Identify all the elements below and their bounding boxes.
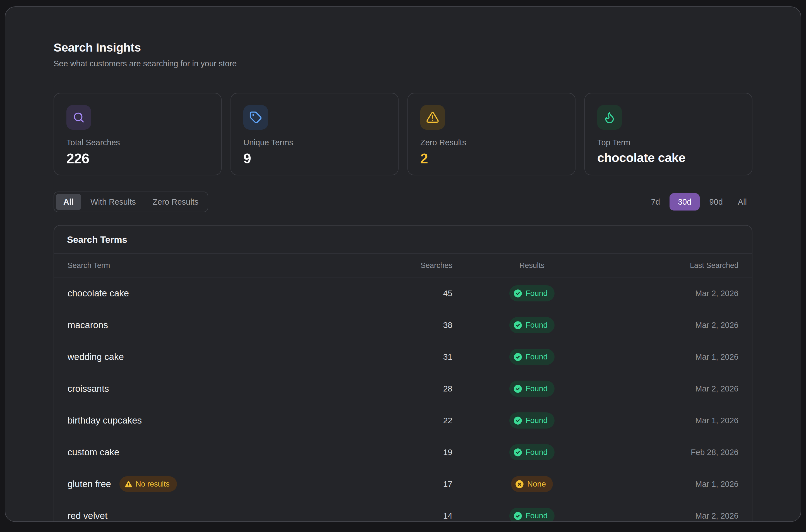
- table-row[interactable]: chocolate cake45FoundMar 2, 2026: [54, 278, 752, 309]
- search-term-text: macarons: [68, 320, 108, 330]
- check-circle-icon: [514, 384, 522, 393]
- status-badge-label: Found: [526, 384, 548, 393]
- table-body: chocolate cake45FoundMar 2, 2026macarons…: [54, 278, 752, 522]
- table-title-row: Search Terms: [54, 226, 752, 254]
- check-circle-icon: [514, 289, 522, 298]
- searches-count: 14: [443, 511, 452, 520]
- searches-count: 45: [443, 289, 452, 298]
- last-searched-date: Mar 2, 2026: [695, 384, 738, 393]
- search-term-cell: wedding cake: [68, 352, 399, 362]
- results-cell: Found: [452, 412, 611, 429]
- search-term-text: chocolate cake: [68, 288, 129, 299]
- last-searched-cell: Mar 2, 2026: [611, 321, 738, 330]
- range-30d-button[interactable]: 30d: [670, 193, 700, 210]
- search-term-cell: red velvet: [68, 511, 399, 521]
- range-all-button[interactable]: All: [732, 193, 752, 210]
- searches-cell: 14: [399, 511, 452, 520]
- column-header-last-searched: Last Searched: [690, 261, 738, 270]
- searches-cell: 45: [399, 289, 452, 298]
- range-90d-button[interactable]: 90d: [703, 193, 728, 210]
- search-term-cell: custom cake: [68, 447, 399, 458]
- search-term-cell: chocolate cake: [68, 288, 399, 299]
- last-searched-cell: Mar 2, 2026: [611, 511, 738, 520]
- stat-label: Top Term: [597, 138, 739, 147]
- table-row[interactable]: croissants28FoundMar 2, 2026: [54, 373, 752, 404]
- flame-icon: [597, 105, 622, 130]
- table-row[interactable]: macarons38FoundMar 2, 2026: [54, 309, 752, 341]
- results-cell: None: [452, 476, 611, 492]
- last-searched-date: Mar 1, 2026: [695, 480, 738, 489]
- last-searched-cell: Mar 1, 2026: [611, 416, 738, 425]
- alert-triangle-icon: [420, 105, 445, 130]
- table-row[interactable]: gluten freeNo results17NoneMar 1, 2026: [54, 468, 752, 500]
- table-row[interactable]: custom cake19FoundFeb 28, 2026: [54, 436, 752, 468]
- status-badge: Found: [509, 381, 554, 397]
- status-badge-label: Found: [526, 511, 548, 520]
- results-cell: Found: [452, 508, 611, 522]
- stat-value: 9: [243, 151, 386, 167]
- search-term-text: croissants: [68, 383, 109, 394]
- searches-count: 38: [443, 320, 452, 329]
- status-badge-label: Found: [526, 416, 548, 425]
- searches-cell: 31: [399, 352, 452, 362]
- column-header-searches: Searches: [421, 261, 452, 270]
- stat-value: 226: [67, 151, 209, 167]
- stat-label: Total Searches: [67, 138, 209, 147]
- status-badge-label: Found: [526, 448, 548, 457]
- column-header-results: Results: [519, 261, 545, 270]
- stats-row: Total Searches 226 Unique Terms 9 Z: [54, 93, 752, 175]
- check-circle-icon: [514, 321, 522, 329]
- stat-card-zero-results: Zero Results 2: [407, 93, 575, 175]
- controls-row: All With Results Zero Results 7d 30d 90d…: [54, 192, 752, 212]
- search-term-text: wedding cake: [68, 352, 124, 362]
- check-circle-icon: [514, 448, 522, 457]
- status-badge: Found: [509, 444, 554, 460]
- table-title: Search Terms: [67, 234, 739, 245]
- table-row[interactable]: red velvet14FoundMar 2, 2026: [54, 500, 752, 522]
- warning-icon: [125, 480, 132, 488]
- search-term-cell: croissants: [68, 383, 399, 394]
- time-range-selector: 7d 30d 90d All: [645, 193, 752, 210]
- searches-count: 17: [443, 479, 452, 489]
- table-row[interactable]: wedding cake31FoundMar 1, 2026: [54, 341, 752, 373]
- table-row[interactable]: birthday cupcakes22FoundMar 1, 2026: [54, 404, 752, 436]
- check-circle-icon: [514, 353, 522, 361]
- last-searched-cell: Mar 2, 2026: [611, 289, 738, 298]
- last-searched-cell: Mar 1, 2026: [611, 480, 738, 489]
- status-badge: None: [511, 476, 553, 492]
- stat-value: 2: [420, 151, 563, 167]
- search-icon: [67, 105, 91, 130]
- search-terms-card: Search Terms Search Term Searches Result…: [54, 225, 752, 522]
- column-header-search-term: Search Term: [68, 261, 110, 270]
- last-searched-date: Mar 2, 2026: [695, 321, 738, 329]
- last-searched-cell: Mar 1, 2026: [611, 353, 738, 362]
- stat-card-top-term: Top Term chocolate cake: [584, 93, 752, 175]
- result-filter-tabs: All With Results Zero Results: [54, 192, 208, 212]
- status-badge: Found: [509, 508, 554, 522]
- no-results-flag-badge: No results: [120, 476, 177, 492]
- table-header-row: Search Term Searches Results Last Search…: [54, 254, 752, 278]
- search-term-text: red velvet: [68, 511, 107, 521]
- results-cell: Found: [452, 349, 611, 365]
- last-searched-cell: Mar 2, 2026: [611, 384, 738, 394]
- page-subtitle: See what customers are searching for in …: [54, 59, 752, 68]
- last-searched-date: Mar 1, 2026: [695, 353, 738, 361]
- last-searched-date: Mar 1, 2026: [695, 416, 738, 425]
- status-badge: Found: [509, 412, 554, 429]
- stat-label: Zero Results: [420, 138, 563, 147]
- status-badge-label: None: [527, 480, 546, 489]
- status-badge: Found: [509, 349, 554, 365]
- search-term-cell: birthday cupcakes: [68, 415, 399, 426]
- searches-count: 22: [443, 416, 452, 425]
- range-7d-button[interactable]: 7d: [645, 193, 666, 210]
- search-term-text: gluten free: [68, 479, 111, 489]
- searches-cell: 38: [399, 320, 452, 330]
- tab-with-results[interactable]: With Results: [83, 194, 144, 210]
- searches-count: 19: [443, 448, 452, 457]
- searches-cell: 22: [399, 416, 452, 425]
- status-badge-label: Found: [526, 353, 548, 361]
- tab-all[interactable]: All: [56, 194, 81, 210]
- tab-zero-results[interactable]: Zero Results: [145, 194, 206, 210]
- last-searched-cell: Feb 28, 2026: [611, 448, 738, 457]
- tag-icon: [243, 105, 268, 130]
